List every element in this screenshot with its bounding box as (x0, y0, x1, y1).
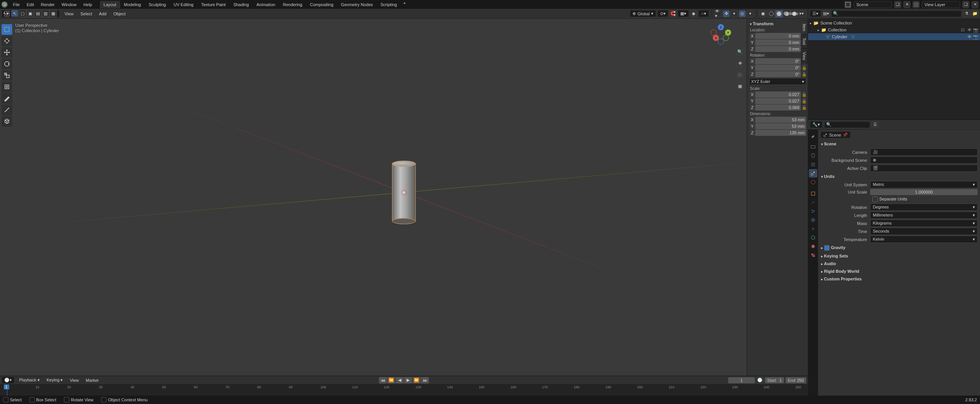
ptab-render[interactable] (809, 143, 817, 151)
workspace-tab-scripting[interactable]: Scripting (377, 1, 401, 8)
dim-z-field[interactable]: 135 mm (755, 130, 806, 136)
unit-system-dropdown[interactable]: Metric▾ (870, 181, 978, 188)
gizmo-axis-neg-x[interactable] (710, 29, 717, 36)
tool-scale[interactable] (2, 70, 12, 81)
unit-scale-field[interactable]: 1.000000 (870, 189, 978, 195)
outliner-editor-type[interactable]: ☰▾ (810, 10, 821, 17)
gravity-panel-header[interactable]: Gravity (820, 244, 978, 252)
workspace-tab-shading[interactable]: Shading (230, 1, 253, 8)
options-dropdown[interactable]: Options ▾ (781, 10, 805, 18)
pin-icon[interactable]: 📌 (843, 132, 848, 137)
workspace-tab-compositing[interactable]: Compositing (306, 1, 337, 8)
units-panel-header[interactable]: Units (820, 173, 978, 180)
overlays-options[interactable]: ▾ (747, 10, 754, 17)
select-mode-tweak[interactable]: ↖ (11, 10, 18, 17)
outliner-search[interactable]: 🔍 (831, 10, 962, 17)
ptab-data[interactable] (809, 233, 817, 242)
rigidbody-panel-header[interactable]: Rigid Body World (820, 267, 978, 275)
outliner-collection[interactable]: 📁 Collection ☑👁📷 (808, 26, 980, 33)
keying-panel-header[interactable]: Keying Sets (820, 252, 978, 260)
viewlayer-delete-icon[interactable]: ✕ (972, 1, 978, 8)
activeclip-field[interactable]: 🎬 (870, 165, 978, 172)
dim-y-field[interactable]: 53 mm (755, 123, 806, 129)
bgscene-field[interactable]: ⊕ (870, 156, 978, 164)
scale-z-lock[interactable]: 🔓 (802, 105, 806, 110)
workspace-tab-sculpting[interactable]: Sculpting (145, 1, 170, 8)
rot-z-field[interactable]: 0° (755, 71, 801, 77)
ptab-tool[interactable] (809, 131, 817, 140)
viewlayer-browse-icon[interactable] (913, 1, 920, 8)
ptab-viewlayer[interactable] (809, 160, 817, 169)
gravity-checkbox[interactable] (824, 245, 830, 251)
properties-breadcrumb[interactable]: Scene 📌 (820, 131, 851, 138)
perspective-toggle-icon[interactable]: ▦ (735, 81, 745, 91)
loc-z-field[interactable]: 0 mm (755, 46, 801, 52)
play-button[interactable]: ▶ (404, 377, 412, 384)
viewlayer-name-field[interactable]: View Layer (922, 1, 960, 8)
ptab-scene[interactable] (809, 169, 817, 178)
workspace-tab-geometrynodes[interactable]: Geometry Nodes (337, 1, 377, 8)
viewport-menu-object[interactable]: Object (111, 10, 128, 18)
ptab-physics[interactable] (809, 216, 817, 224)
timeline-menu-keying[interactable]: Keying ▾ (44, 376, 65, 384)
workspace-tab-layout[interactable]: Layout (100, 1, 120, 8)
gizmo-options[interactable]: ▾ (731, 10, 738, 17)
select-tool-icon[interactable]: ↖▾ (2, 10, 9, 17)
loc-y-field[interactable]: 0 mm (755, 39, 801, 46)
shading-wireframe[interactable] (768, 10, 775, 18)
rot-y-lock[interactable]: 🔓 (802, 65, 806, 70)
gizmo-axis-z[interactable]: Z (718, 24, 724, 30)
hide-viewport-icon[interactable]: 👁 (967, 27, 972, 33)
viewport-menu-select[interactable]: Select (78, 10, 95, 18)
menu-edit[interactable]: Edit (24, 1, 37, 8)
unit-temp-dropdown[interactable]: Kelvin▾ (870, 236, 978, 243)
snap-toggle[interactable]: 🧲 (670, 10, 676, 17)
disclosure-icon[interactable] (817, 28, 820, 32)
select-mode-xor[interactable]: ▥ (42, 10, 49, 17)
jump-to-end-button[interactable]: ⏭ (421, 377, 429, 384)
viewport-menu-view[interactable]: View (62, 10, 76, 18)
timeline-ruler[interactable]: 0102030405060708090100110120130140150160… (0, 384, 808, 396)
menu-help[interactable]: Help (80, 1, 95, 8)
workspace-tab-texturepaint[interactable]: Texture Paint (197, 1, 229, 8)
unit-rotation-dropdown[interactable]: Degrees▾ (870, 204, 978, 211)
select-mode-sub[interactable]: ▤ (34, 10, 42, 17)
visibility-selectability-icon[interactable]: 👁▾ (715, 10, 722, 17)
proportional-edit-toggle[interactable]: ◉ (690, 10, 697, 17)
ptab-material[interactable] (809, 242, 817, 251)
tool-cursor[interactable] (2, 36, 12, 46)
play-reverse-button[interactable]: ◀ (395, 377, 404, 384)
properties-options-icon[interactable]: ☰ (872, 121, 879, 128)
outliner-display-mode[interactable]: ▤▾ (823, 10, 830, 17)
menu-window[interactable]: Window (59, 1, 80, 8)
disable-render-icon[interactable]: 📷 (973, 27, 978, 33)
separate-units-checkbox[interactable] (872, 197, 878, 202)
scale-z-field[interactable]: 0.068 (755, 104, 801, 111)
scene-panel-header[interactable]: Scene (820, 140, 978, 148)
tool-annotate[interactable] (2, 93, 12, 104)
tool-select-box[interactable] (2, 24, 12, 35)
hide-viewport-icon[interactable]: 👁 (967, 34, 972, 39)
jump-next-keyframe-button[interactable]: ⏩ (412, 377, 421, 384)
jump-to-start-button[interactable]: ⏮ (379, 377, 387, 384)
overlays-toggle[interactable]: ◎ (739, 10, 746, 17)
viewport-menu-add[interactable]: Add (97, 10, 109, 18)
ptab-particles[interactable] (809, 207, 817, 215)
outliner-filter-icon[interactable]: ⚗ (963, 10, 970, 17)
dim-x-field[interactable]: 53 mm (755, 117, 806, 123)
properties-editor-type[interactable]: 🔧▾ (810, 121, 823, 128)
playhead[interactable] (7, 384, 7, 396)
start-frame-field[interactable]: Start1 (765, 377, 784, 383)
rot-z-lock[interactable]: 🔓 (802, 72, 806, 77)
proportional-falloff[interactable]: ∩▾ (698, 10, 709, 17)
scene-delete-icon[interactable]: ✕ (903, 1, 910, 8)
zoom-icon[interactable]: 🔍 (735, 47, 745, 56)
jump-prev-keyframe-button[interactable]: ⏪ (387, 377, 395, 384)
gizmo-axis-neg-y[interactable] (723, 35, 729, 41)
workspace-tab-modeling[interactable]: Modeling (120, 1, 145, 8)
unit-length-dropdown[interactable]: Millimeters▾ (870, 212, 978, 219)
tool-move[interactable] (2, 47, 12, 58)
transform-panel-header[interactable]: Transform (749, 20, 806, 27)
ptab-modifier[interactable] (809, 198, 817, 207)
workspace-tab-rendering[interactable]: Rendering (279, 1, 306, 8)
